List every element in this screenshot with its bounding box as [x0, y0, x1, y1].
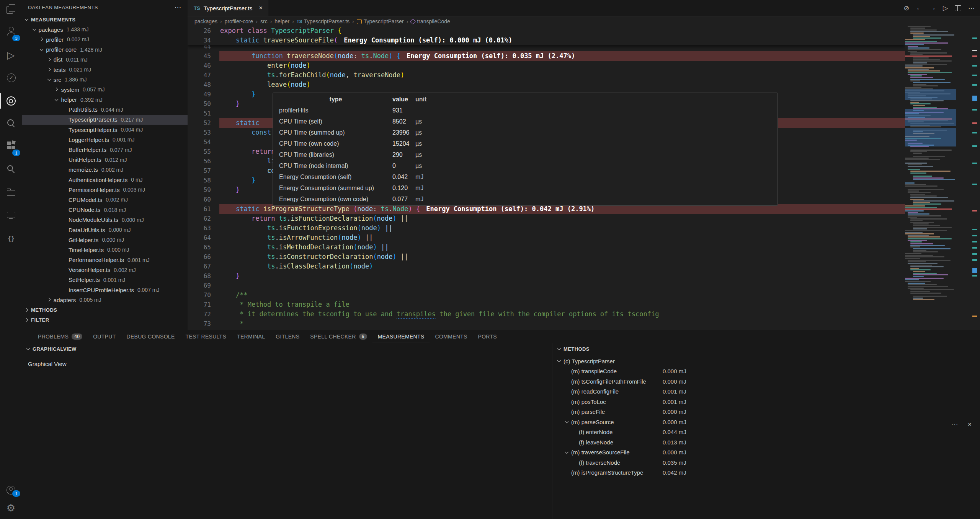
chevron-right-icon[interactable]: [23, 317, 31, 323]
activitybar-item-run-and-debug[interactable]: [0, 44, 22, 67]
activitybar-item-extensions[interactable]: 1: [0, 135, 22, 158]
panel-tab-gitlens[interactable]: GITLENS: [270, 330, 305, 343]
activitybar-item-remote-explorer[interactable]: [0, 204, 22, 227]
panel-tab-debug-console[interactable]: DEBUG CONSOLE: [121, 330, 180, 343]
chevron-down-icon[interactable]: [564, 449, 571, 456]
breadcrumb-item-typescriptparser-ts[interactable]: TSTypescriptParser.ts: [297, 18, 350, 24]
method-item--c-typescriptparser[interactable]: (c) TypescriptParser: [553, 356, 980, 366]
method-item--m-readconfigfile[interactable]: (m) readConfigFile0.001 mJ: [553, 387, 980, 397]
tree-item-cpumodel-ts[interactable]: CPUModel.ts0.002 mJ: [22, 195, 188, 205]
tree-item-sethelper-ts[interactable]: SetHelper.ts0.001 mJ: [22, 275, 188, 285]
chevron-down-icon[interactable]: [53, 97, 61, 103]
breadcrumb-item-profiler-core[interactable]: profiler-core: [225, 18, 253, 24]
code-line-67[interactable]: 67ts.isClassDeclaration(node): [188, 262, 905, 271]
tree-item-profiler[interactable]: profiler0.002 mJ: [22, 34, 188, 44]
chevron-down-icon[interactable]: [556, 358, 564, 364]
method-item--f-traversenode[interactable]: (f) traverseNode0.035 mJ: [553, 457, 980, 468]
code-line-62[interactable]: 62return ts.isFunctionDeclaration(node) …: [188, 214, 905, 223]
tree-item-bufferhelper-ts[interactable]: BufferHelper.ts0.077 mJ: [22, 145, 188, 155]
tree-item-permissionhelper-ts[interactable]: PermissionHelper.ts0.003 mJ: [22, 185, 188, 195]
tree-item-cpunode-ts[interactable]: CPUNode.ts0.018 mJ: [22, 205, 188, 215]
tree-item-memoize-ts[interactable]: memoize.ts0.002 mJ: [22, 165, 188, 175]
tree-item-adapters[interactable]: adapters0.005 mJ: [22, 295, 188, 305]
code-line-44[interactable]: 44: [188, 45, 905, 51]
tree-item-profiler-core[interactable]: profiler-core1.428 mJ: [22, 45, 188, 55]
activitybar-item-accounts[interactable]: 1: [0, 482, 22, 499]
tree-item-packages[interactable]: packages1.433 mJ: [22, 24, 188, 34]
chevron-right-icon[interactable]: [53, 86, 61, 93]
activitybar-item-explorer[interactable]: [0, 0, 22, 21]
chevron-down-icon[interactable]: [38, 47, 46, 53]
code-line-63[interactable]: 63ts.isFunctionExpression(node) ||: [188, 223, 905, 233]
panel-tab-problems[interactable]: PROBLEMS40: [33, 330, 88, 343]
panel-tab-comments[interactable]: COMMENTS: [430, 330, 472, 343]
activitybar-item-snippets[interactable]: [0, 227, 22, 250]
tree-item-versionhelper-ts[interactable]: VersionHelper.ts0.002 mJ: [22, 265, 188, 275]
chevron-down-icon[interactable]: [564, 419, 571, 425]
method-item--m-postoloc[interactable]: (m) posToLoc0.001 mJ: [553, 397, 980, 407]
code-line-34[interactable]: 34static traverseSourceFile(Energy Consu…: [188, 36, 905, 45]
sidebar-more-actions-icon[interactable]: ⋯: [175, 3, 181, 11]
code-line-73[interactable]: 73 *: [188, 319, 905, 329]
activitybar-item-search-editor[interactable]: [0, 158, 22, 181]
chevron-right-icon[interactable]: [46, 57, 54, 63]
code-line-68[interactable]: 68}: [188, 271, 905, 281]
run-icon[interactable]: ▷: [943, 4, 948, 12]
chevron-down-icon[interactable]: [23, 16, 31, 23]
code-line-47[interactable]: 47ts.forEachChild(node, traverseNode): [188, 70, 905, 80]
back-icon[interactable]: ←: [916, 4, 923, 12]
activitybar-item-settings[interactable]: [0, 499, 22, 517]
tree-item-measurements[interactable]: MEASUREMENTS: [22, 15, 188, 24]
open-changes-icon[interactable]: ⊘: [904, 4, 909, 12]
panel-tab-measurements[interactable]: MEASUREMENTS: [372, 330, 430, 343]
tree-item-pathutils-ts[interactable]: PathUtils.ts0.044 mJ: [22, 105, 188, 115]
forward-icon[interactable]: →: [929, 4, 936, 12]
breadcrumb-item-transpilecode[interactable]: transpileCode: [411, 18, 450, 24]
method-item--m-parsefile[interactable]: (m) parseFile0.000 mJ: [553, 407, 980, 417]
activitybar-item-testing[interactable]: [0, 67, 22, 89]
close-tab-icon[interactable]: ×: [259, 4, 263, 12]
activitybar-item-source-control[interactable]: 3: [0, 21, 22, 44]
breadcrumb-item-typescriptparser[interactable]: TypescriptParser: [357, 18, 404, 24]
tree-item-dataurlutils-ts[interactable]: DataUrlUtils.ts0.000 mJ: [22, 225, 188, 235]
chevron-right-icon[interactable]: [38, 36, 46, 42]
tree-item-authenticationhelper-ts[interactable]: AuthenticationHelper.ts0 mJ: [22, 175, 188, 185]
panel-tab-ports[interactable]: PORTS: [473, 330, 502, 343]
panel-tab-test-results[interactable]: TEST RESULTS: [180, 330, 232, 343]
tree-item-timehelper-ts[interactable]: TimeHelper.ts0.000 mJ: [22, 245, 188, 255]
tree-item-typescripthelper-ts[interactable]: TypescriptHelper.ts0.004 mJ: [22, 125, 188, 135]
tree-item-helper[interactable]: helper0.392 mJ: [22, 95, 188, 105]
tree-item-githelper-ts[interactable]: GitHelper.ts0.000 mJ: [22, 235, 188, 245]
chevron-down-icon[interactable]: [556, 346, 564, 352]
method-item--m-tsconfigfilepathfromfile[interactable]: (m) tsConfigFilePathFromFile0.000 mJ: [553, 376, 980, 387]
tree-item-methods[interactable]: METHODS: [22, 305, 188, 315]
chevron-down-icon[interactable]: [46, 76, 54, 83]
breadcrumb-item-helper[interactable]: helper: [274, 18, 289, 24]
tree-item-unithelper-ts[interactable]: UnitHelper.ts0.012 mJ: [22, 155, 188, 165]
tree-item-filter[interactable]: FILTER: [22, 315, 188, 325]
code-line-45[interactable]: 45function traverseNode(node: ts.Node) {…: [188, 51, 905, 61]
method-item--m-transpilecode[interactable]: (m) transpileCode0.000 mJ: [553, 366, 980, 377]
tree-item-src[interactable]: src1.386 mJ: [22, 75, 188, 85]
chevron-right-icon[interactable]: [46, 67, 54, 73]
tree-item-loggerhelper-ts[interactable]: LoggerHelper.ts0.001 mJ: [22, 135, 188, 145]
code-line-69[interactable]: 69: [188, 281, 905, 290]
overview-ruler[interactable]: [956, 16, 980, 330]
code-line-72[interactable]: 72 * it determines the tsconfig to use a…: [188, 309, 905, 319]
tree-item-performancehelper-ts[interactable]: PerformanceHelper.ts0.001 mJ: [22, 255, 188, 265]
minimap[interactable]: [905, 26, 956, 330]
panel-tab-terminal[interactable]: TERMINAL: [232, 330, 270, 343]
breadcrumb-item-packages[interactable]: packages: [194, 18, 217, 24]
chevron-down-icon[interactable]: [25, 346, 33, 352]
panel-tab-output[interactable]: OUTPUT: [88, 330, 121, 343]
chevron-right-icon[interactable]: [46, 297, 54, 303]
chevron-right-icon[interactable]: [23, 307, 31, 313]
panel-tab-spell-checker[interactable]: SPELL CHECKER6: [305, 330, 372, 343]
tree-item-dist[interactable]: dist0.011 mJ: [22, 55, 188, 65]
code-line-64[interactable]: 64ts.isArrowFunction(node) ||: [188, 233, 905, 242]
more-actions-icon[interactable]: ⋯: [968, 4, 975, 12]
method-item--m-traversesourcefile[interactable]: (m) traverseSourceFile0.000 mJ: [553, 447, 980, 458]
breadcrumb-item-src[interactable]: src: [260, 18, 268, 24]
tree-item-tests[interactable]: tests0.021 mJ: [22, 65, 188, 75]
method-item--m-parsesource[interactable]: (m) parseSource0.000 mJ: [553, 417, 980, 427]
